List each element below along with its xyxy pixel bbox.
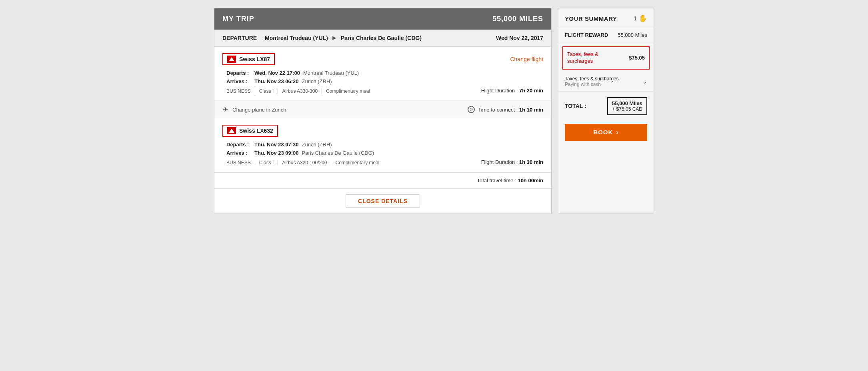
arrives-date-1: Thu. Nov 23 [254, 78, 284, 84]
arrives-location-2: Paris Charles De Gaulle (CDG) [302, 150, 374, 156]
flight-reward-row: FLIGHT REWARD 55,000 Miles [558, 27, 654, 43]
taxes-detail-label: Taxes, fees & surcharges [565, 76, 619, 82]
passenger-icon: ✋ [638, 14, 647, 23]
total-travel-label: Total travel time : [477, 178, 516, 184]
summary-title: YOUR SUMMARY [565, 15, 617, 22]
connect-time: 1h 10 min [519, 107, 543, 113]
flight-1-amenities-row: BUSINESS Class I Airbus A330-300 Complim… [226, 88, 374, 94]
total-cash: + $75.05 CAD [612, 106, 642, 112]
arrives-location-1: Zurich (ZRH) [302, 78, 332, 84]
close-details-wrapper: CLOSE DETAILS [214, 188, 551, 213]
route-arrow-icon: ► [331, 34, 338, 42]
departure-origin: Montreal Trudeau (YUL) [265, 35, 328, 41]
total-travel-row: Total travel time : 10h 00min [214, 172, 551, 188]
summary-header: YOUR SUMMARY 1 ✋ [558, 8, 654, 27]
passenger-count: 1 [634, 15, 637, 22]
total-row: TOTAL : 55,000 Miles + $75.05 CAD [558, 92, 654, 119]
layover-time: Time to connect : 1h 10 min [478, 107, 543, 113]
close-details-button[interactable]: CLOSE DETAILS [346, 194, 420, 208]
departure-destination: Paris Charles De Gaulle (CDG) [341, 35, 422, 41]
trip-panel: MY TRIP 55,000 MILES DEPARTURE Montreal … [214, 8, 552, 214]
flight-2-arrives-row: Arrives : Thu. Nov 23 09:00 Paris Charle… [226, 150, 543, 156]
flight-1-amenities: BUSINESS Class I Airbus A330-300 Complim… [226, 87, 543, 94]
taxes-highlighted-row: Taxes, fees &surcharges $75.05 [562, 46, 650, 70]
cabin-1: BUSINESS [226, 88, 255, 94]
book-button[interactable]: BOOK › [565, 124, 647, 141]
layover-left: ✈ Change plane in Zurich [222, 105, 286, 114]
departs-datetime-1: Wed. Nov 22 17:00 [254, 70, 300, 76]
aircraft-1: Airbus A330-300 [278, 88, 322, 94]
cabin-2: BUSINESS [226, 160, 255, 166]
class-1: Class I [255, 88, 278, 94]
departure-date: Wed Nov 22, 2017 [496, 35, 543, 41]
departure-label: DEPARTURE [222, 35, 258, 41]
flight-2-section: Swiss LX632 Departs : Thu. Nov 23 07:30 … [214, 118, 551, 172]
flight-1-departs-row: Departs : Wed. Nov 22 17:00 Montreal Tru… [226, 70, 543, 76]
departs-date-2: Thu. Nov 23 [254, 142, 284, 148]
total-miles: 55,000 Miles [612, 100, 642, 106]
flight-reward-value: 55,000 Miles [618, 32, 647, 38]
arrives-date-2: Thu. Nov 23 [254, 150, 284, 156]
meal-1: Complimentary meal [322, 88, 374, 94]
arrives-label-1: Arrives : [226, 78, 254, 84]
taxes-detail-sub: Paying with cash [565, 82, 619, 87]
taxes-detail-text: Taxes, fees & surcharges Paying with cas… [565, 76, 619, 87]
duration-value-2: 1h 30 min [519, 159, 543, 165]
arrives-time-2: 09:00 [285, 150, 298, 156]
total-travel-time: 10h 00min [518, 178, 543, 184]
flight-1-duration: Flight Duration : 7h 20 min [481, 88, 543, 94]
duration-label-1: Flight Duration : [481, 88, 518, 94]
airline-icon [227, 56, 236, 63]
passenger-badge: 1 ✋ [634, 14, 647, 23]
flight-1-details: Departs : Wed. Nov 22 17:00 Montreal Tru… [222, 70, 543, 94]
aircraft-2: Airbus A320-100/200 [278, 160, 331, 166]
departure-route: Montreal Trudeau (YUL) ► Paris Charles D… [265, 34, 490, 42]
total-label: TOTAL : [565, 103, 586, 109]
duration-value-1: 7h 20 min [519, 88, 543, 94]
departs-date-1: Wed. Nov 22 [254, 70, 285, 76]
arrives-datetime-2: Thu. Nov 23 09:00 [254, 150, 299, 156]
flight-2-amenities-row: BUSINESS Class I Airbus A320-100/200 Com… [226, 160, 384, 166]
class-2: Class I [255, 160, 278, 166]
departs-location-2: Zurich (ZRH) [302, 142, 332, 148]
flight-2-name-box: Swiss LX632 [222, 125, 278, 137]
trip-header: MY TRIP 55,000 MILES [214, 8, 551, 30]
book-arrow-icon: › [616, 129, 618, 136]
layover-change-plane: Change plane in Zurich [232, 107, 286, 113]
flight-2-amenities: BUSINESS Class I Airbus A320-100/200 Com… [226, 158, 543, 166]
plane-icon: ✈ [222, 105, 228, 114]
connect-label: Time to connect : [478, 107, 518, 113]
change-flight-1-link[interactable]: Change flight [510, 56, 543, 62]
trip-title: MY TRIP [222, 15, 254, 23]
departs-label-1: Departs : [226, 70, 254, 76]
flight-2-departs-row: Departs : Thu. Nov 23 07:30 Zurich (ZRH) [226, 142, 543, 148]
departure-row: DEPARTURE Montreal Trudeau (YUL) ► Paris… [214, 30, 551, 47]
departs-label-2: Departs : [226, 142, 254, 148]
summary-panel: YOUR SUMMARY 1 ✋ FLIGHT REWARD 55,000 Mi… [558, 8, 654, 214]
taxes-detail-row: Taxes, fees & surcharges Paying with cas… [558, 73, 654, 92]
flight-1-name-box: Swiss LX87 [222, 53, 275, 65]
arrives-label-2: Arrives : [226, 150, 254, 156]
book-button-label: BOOK [593, 129, 613, 136]
departs-location-1: Montreal Trudeau (YUL) [303, 70, 359, 76]
arrives-datetime-1: Thu. Nov 23 06:20 [254, 78, 299, 84]
meal-2: Complimentary meal [331, 160, 383, 166]
taxes-label: Taxes, fees &surcharges [567, 51, 598, 65]
flight-1-name: Swiss LX87 [239, 56, 270, 62]
clock-icon: ☹ [468, 106, 475, 113]
flight-1-arrives-row: Arrives : Thu. Nov 23 06:20 Zurich (ZRH) [226, 78, 543, 84]
duration-label-2: Flight Duration : [481, 159, 518, 165]
book-btn-wrapper: BOOK › [558, 119, 654, 149]
layover-row: ✈ Change plane in Zurich ☹ Time to conne… [214, 101, 551, 118]
departs-time-2: 07:30 [285, 142, 298, 148]
flight-2-details: Departs : Thu. Nov 23 07:30 Zurich (ZRH)… [222, 142, 543, 166]
trip-miles: 55,000 MILES [492, 15, 543, 23]
taxes-value: $75.05 [629, 55, 645, 61]
flight-reward-label: FLIGHT REWARD [565, 32, 608, 38]
arrives-time-1: 06:20 [285, 78, 298, 84]
departs-datetime-2: Thu. Nov 23 07:30 [254, 142, 299, 148]
chevron-down-icon[interactable]: ⌄ [642, 78, 647, 85]
layover-right: ☹ Time to connect : 1h 10 min [468, 106, 543, 113]
flight-1-section: Swiss LX87 Change flight Departs : Wed. … [214, 47, 551, 101]
departs-time-1: 17:00 [287, 70, 300, 76]
